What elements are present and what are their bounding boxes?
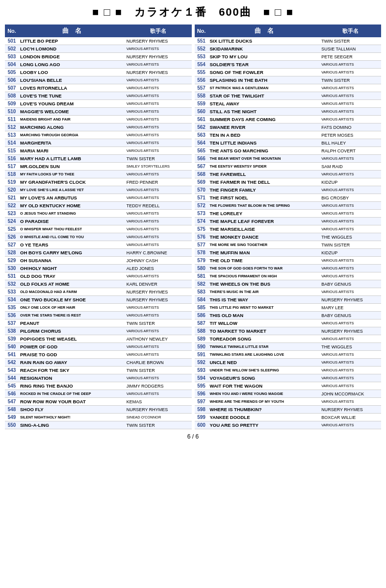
artist-name: VARIOUS ARTISTS	[320, 265, 381, 272]
table-row: 566THE BEAR WENT OVER THE MOUNTAINVARIOU…	[195, 155, 382, 163]
artist-name: NURSERY RHYMES	[125, 69, 192, 76]
row-number: 536	[5, 312, 19, 319]
song-title: STILL AS THE NIGHT	[208, 108, 320, 116]
table-row: 524O PARADISEVARIOUS ARTISTS	[5, 218, 192, 225]
row-number: 567	[195, 163, 208, 171]
table-row: 594VOYAGEUR'S SONGVARIOUS ARTISTS	[195, 374, 382, 382]
table-row: 502LOC'H LOMONDVARIOUS ARTISTS	[5, 45, 192, 53]
table-row: 582THE WHEELS ON THE BUSBABY GENIUS	[195, 280, 382, 288]
row-number: 591	[195, 351, 208, 359]
row-number: 505	[5, 69, 19, 76]
artist-name: VARIOUS ARTISTS	[320, 210, 381, 218]
row-number: 563	[195, 131, 208, 139]
table-row: 547ROW ROW ROW YOUR BOATKEMAS	[5, 398, 192, 406]
row-number: 564	[195, 139, 208, 147]
row-number: 574	[195, 218, 208, 225]
song-title: SOLDIER'S TEAR	[208, 61, 320, 69]
artist-name: VARIOUS ARTISTS	[125, 351, 192, 359]
table-row: 589TOREADOR SONGVARIOUS ARTISTS	[195, 335, 382, 343]
row-number: 535	[5, 304, 19, 312]
table-row: 584THIS IS THE WAYNURSERY RHYMES	[195, 296, 382, 304]
table-row: 561SUMMER DAYS ARE COMINGVARIOUS ARTISTS	[195, 116, 382, 123]
row-number: 529	[5, 257, 19, 265]
song-title: REACH FOR THE SKY	[19, 367, 125, 374]
song-title: POP!GOES THE WEASEL	[19, 335, 125, 343]
table-row: 551SIX LITTLE DUCKSTWIN SISTER	[195, 37, 382, 45]
table-row: 583THERE'S MUSIC IN THE AIRVARIOUS ARTIS…	[195, 288, 382, 296]
row-number: 542	[5, 359, 19, 367]
artist-name: VARIOUS ARTISTS	[320, 421, 381, 429]
song-title: MAIDENS BRIGHT AND FAIR	[19, 116, 125, 123]
row-number: 515	[5, 147, 19, 155]
row-number: 509	[5, 100, 19, 108]
table-row: 552SKIDAMARINKSUSIE TALLMAN	[195, 45, 382, 53]
artist-name: VARIOUS ARTISTS	[320, 257, 381, 265]
table-row: 559STEAL AWAYVARIOUS ARTISTS	[195, 100, 382, 108]
artist-name: ANTHONY NEWLEY	[125, 335, 192, 343]
row-number: 513	[5, 131, 19, 139]
artist-name: TWIN SISTER	[125, 155, 192, 163]
table-row: 514MARGHERITAVARIOUS ARTISTS	[5, 139, 192, 147]
artist-name: FRED PENNER	[125, 178, 192, 186]
song-title: POWER OF GOD	[19, 343, 125, 351]
artist-name: PETER MOSES	[320, 131, 381, 139]
song-title: MARCHING THROUGH GEORGIA	[19, 131, 125, 139]
table-row: 569THE FARMER IN THE DELLKIDZUP	[195, 178, 382, 186]
table-row: 572THE FLOWERS THAT BLOOM IN THE SPRINGV…	[195, 202, 382, 210]
row-number: 516	[5, 155, 19, 163]
song-title: TO MARKET TO MARKET	[208, 327, 320, 335]
table-row: 562SWANEE RIVERFATS DOMINO	[195, 123, 382, 131]
artist-name: VARIOUS ARTISTS	[125, 225, 192, 233]
artist-name: VARIOUS ARTISTS	[125, 171, 192, 178]
song-title: THE FARMER IN THE DELL	[208, 178, 320, 186]
artist-name: VARIOUS ARTISTS	[320, 202, 381, 210]
table-row: 525O WHISPER WHAT THOU FEELESTVARIOUS AR…	[5, 225, 192, 233]
song-title: THIS OLD MAN	[208, 312, 320, 319]
song-title: LOC'H LOMOND	[19, 45, 125, 53]
table-row: 568THE FAREWELLVARIOUS ARTISTS	[195, 171, 382, 178]
song-title: LONDON BRIDGE	[19, 53, 125, 61]
artist-name: VARIOUS ARTISTS	[125, 139, 192, 147]
artist-name: NURSERY RHYMES	[125, 37, 192, 45]
song-title: LITTLE BO PEEP	[19, 37, 125, 45]
artist-name: VARIOUS ARTISTS	[320, 61, 381, 69]
table-row: 564TEN LITTLE INDIANSBILL HALEY	[195, 139, 382, 147]
song-title: VOYAGEUR'S SONG	[208, 374, 320, 382]
song-title: RAIN RAIN GO AWAY	[19, 359, 125, 367]
row-number: 518	[5, 171, 19, 178]
song-title: SONG OF THE FOWLER	[208, 69, 320, 76]
table-row: 600YOU ARE SO PRETTYVARIOUS ARTISTS	[195, 421, 382, 429]
song-title: LOVE'S THE TUNE	[19, 92, 125, 100]
artist-name: VARIOUS ARTISTS	[320, 69, 381, 76]
song-title: OLD DOG TRAY	[19, 272, 125, 280]
artist-name: VARIOUS ARTISTS	[320, 171, 381, 178]
row-number: 576	[195, 233, 208, 241]
table-row: 586THIS OLD MANBABY GENIUS	[195, 312, 382, 319]
song-title: YOU ARE SO PRETTY	[208, 421, 320, 429]
table-row: 545RING RING THE BANJOJIMMY RODGERS	[5, 382, 192, 390]
song-title: TOREADOR SONG	[208, 335, 320, 343]
table-row: 556SPLASHING IN THE BATHTWIN SISTER	[195, 76, 382, 84]
song-title: RESIGNATION	[19, 374, 125, 382]
song-title: OLD MACDONALD HAD A FARM	[19, 288, 125, 296]
artist-name: VARIOUS ARTISTS	[125, 131, 192, 139]
table-row: 505LOOBY LOONURSERY RHYMES	[5, 69, 192, 76]
song-title: SING-A-LING	[19, 421, 125, 429]
song-title: LOU'SIANA BELLE	[19, 76, 125, 84]
artist-name: VARIOUS ARTISTS	[320, 272, 381, 280]
song-title: THE MUFFIN MAN	[208, 249, 320, 257]
artist-name: JOHN MCCORMACK	[320, 390, 381, 398]
table-row: 519MY GRANDFATHER'S CLOCKFRED PENNER	[5, 178, 192, 186]
table-row: 555SONG OF THE FOWLERVARIOUS ARTISTS	[195, 69, 382, 76]
row-number: 561	[195, 116, 208, 123]
row-number: 502	[5, 45, 19, 53]
row-number: 507	[5, 84, 19, 92]
artist-name: VARIOUS ARTISTS	[320, 382, 381, 390]
artist-name: JOHNNY CASH	[125, 257, 192, 265]
artist-name: THE WIGGLES	[320, 343, 381, 351]
artist-name: VARIOUS ARTISTS	[320, 100, 381, 108]
song-title: PILGRIM CHORUS	[19, 327, 125, 335]
artist-name: VARIOUS ARTISTS	[125, 327, 192, 335]
row-number: 547	[5, 398, 19, 406]
song-title: SIX LITTLE DUCKS	[208, 37, 320, 45]
